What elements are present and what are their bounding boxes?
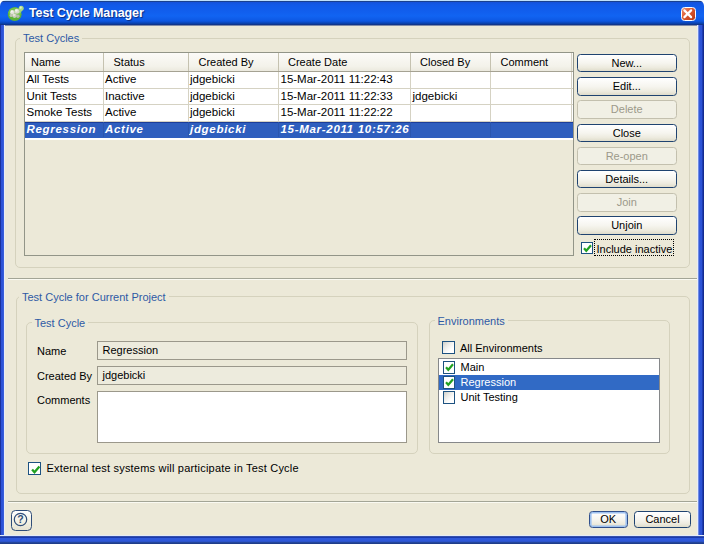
svg-text:?: ? [18, 513, 24, 525]
